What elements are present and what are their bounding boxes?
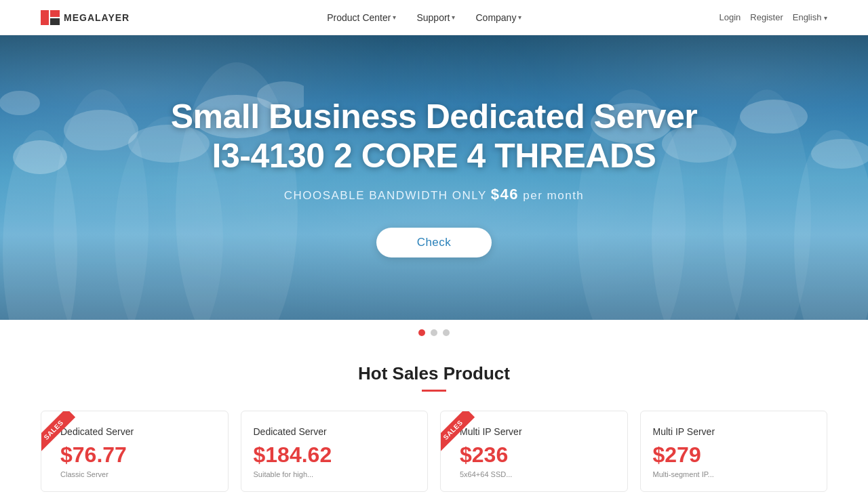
svg-rect-2 <box>50 18 60 25</box>
product-price-2: $184.62 <box>254 442 416 468</box>
product-card-1[interactable]: Dedicated Server $76.77 Classic Server <box>41 411 229 492</box>
svg-point-11 <box>0 91 40 115</box>
header-actions: Login Register English ▾ <box>719 12 828 22</box>
nav-product-center[interactable]: Product Center ▾ <box>327 12 396 23</box>
hot-sales-section: Hot Sales Product Dedicated Server $76.7… <box>0 343 868 496</box>
logo-text: MEGALAYER <box>64 12 130 23</box>
svg-rect-0 <box>41 10 49 25</box>
hero-button-area: Check <box>376 228 492 257</box>
slider-dot-3[interactable] <box>443 329 450 336</box>
chevron-down-icon: ▾ <box>452 14 455 21</box>
product-type-4: Multi IP Server <box>653 426 815 437</box>
sales-ribbon-3 <box>441 411 488 459</box>
nav-company[interactable]: Company ▾ <box>475 12 521 23</box>
product-sub-3: 5x64+64 SSD... <box>453 470 615 478</box>
product-card-3[interactable]: Multi IP Server $236 5x64+64 SSD... <box>440 411 628 492</box>
logo[interactable]: MEGALAYER <box>41 10 130 25</box>
hero-content: Small Business Dedicated Server I3-4130 … <box>171 98 698 257</box>
header: MEGALAYER Product Center ▾ Support ▾ Com… <box>0 0 868 35</box>
slider-dot-1[interactable] <box>418 329 425 336</box>
product-sub-4: Multi-segment IP... <box>653 470 815 478</box>
chevron-down-icon: ▾ <box>824 14 827 22</box>
section-title: Hot Sales Product <box>41 363 827 384</box>
chevron-down-icon: ▾ <box>393 14 396 21</box>
register-link[interactable]: Register <box>750 12 783 22</box>
svg-point-19 <box>740 100 808 133</box>
svg-point-8 <box>64 110 138 150</box>
main-nav: Product Center ▾ Support ▾ Company ▾ <box>327 12 521 23</box>
slider-dot-2[interactable] <box>431 329 437 336</box>
product-sub-2: Suitable for high... <box>254 470 416 478</box>
product-card-2[interactable]: Dedicated Server $184.62 Suitable for hi… <box>241 411 429 492</box>
login-link[interactable]: Login <box>719 12 741 22</box>
product-sub-1: Classic Server <box>54 470 216 478</box>
nav-support[interactable]: Support ▾ <box>416 12 455 23</box>
hero-banner: Small Business Dedicated Server I3-4130 … <box>0 35 868 320</box>
svg-point-7 <box>13 140 67 174</box>
svg-rect-1 <box>50 10 60 17</box>
language-selector[interactable]: English ▾ <box>793 12 827 22</box>
section-divider <box>422 390 446 392</box>
hero-title-line2: I3-4130 2 CORE 4 THREADS <box>171 136 698 176</box>
hero-subtitle: CHOOSABLE BANDWIDTH ONLY $46 per month <box>171 186 698 203</box>
slider-dots <box>0 320 868 343</box>
logo-icon <box>41 10 60 25</box>
product-type-2: Dedicated Server <box>254 426 416 437</box>
product-price-4: $279 <box>653 442 815 468</box>
products-grid: Dedicated Server $76.77 Classic Server D… <box>41 411 827 492</box>
chevron-down-icon: ▾ <box>518 14 521 21</box>
product-card-4[interactable]: Multi IP Server $279 Multi-segment IP... <box>640 411 828 492</box>
hero-title-line1: Small Business Dedicated Server <box>171 98 698 136</box>
check-button[interactable]: Check <box>376 228 492 257</box>
sales-ribbon-1 <box>41 411 89 459</box>
